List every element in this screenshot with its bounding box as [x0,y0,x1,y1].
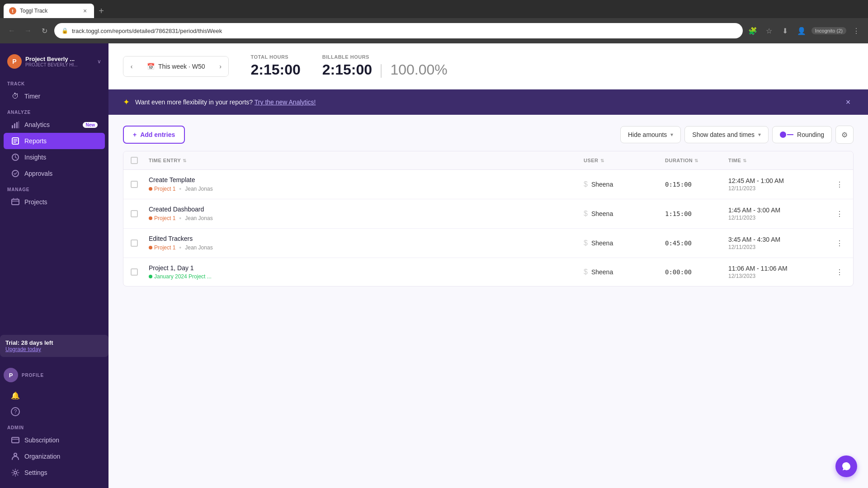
sidebar-item-timer[interactable]: ⏱ Timer [4,88,105,104]
row-2-user-cell: $ Sheena [584,239,665,247]
profile-label: PROFILE [22,373,44,378]
active-browser-tab[interactable]: t Toggl Track × [4,4,94,18]
sidebar-item-organization[interactable]: Organization [4,448,105,465]
sidebar-notification-bell[interactable]: 🔔 [7,388,101,404]
row-0-more-button[interactable]: ⋮ [833,178,846,191]
show-dates-chevron-icon: ▾ [758,131,761,138]
menu-icon[interactable]: ⋮ [850,24,863,37]
week-label: 📅 This week · W50 [140,63,212,70]
show-dates-button[interactable]: Show dates and times ▾ [684,126,769,143]
refresh-button[interactable]: ↻ [38,24,51,37]
timer-icon: ⏱ [11,92,20,101]
sidebar-item-projects[interactable]: Projects [4,194,105,210]
hide-amounts-button[interactable]: Hide amounts ▾ [620,126,681,143]
row-3-more-button[interactable]: ⋮ [833,266,846,278]
duration-sort-icon[interactable]: ⇅ [694,158,698,163]
row-0-separator: • [179,185,181,192]
banner-icon: ✦ [123,97,130,107]
row-3-project-name: January 2024 Project ... [154,273,212,280]
back-button[interactable]: ← [5,24,18,37]
add-entries-button[interactable]: + Add entries [123,126,185,144]
banner-close-button[interactable]: × [843,97,854,108]
rounding-dash-icon [787,134,793,135]
row-1-duration: 1:15:00 [665,210,728,217]
row-1-user-cell: $ Sheena [584,210,665,218]
time-column-header: TIME ⇅ [728,158,828,163]
workspace-chevron-icon: ∨ [97,58,101,65]
profile-icon[interactable]: 👤 [795,24,808,37]
rounding-icon-group [780,131,793,138]
download-icon[interactable]: ⬇ [779,24,792,37]
row-1-time: 1:45 AM - 3:00 AM 12/11/2023 [728,206,828,221]
sidebar-help[interactable]: ? [7,404,101,420]
workspace-icon: P [7,54,22,69]
organization-icon [11,452,20,461]
billable-hours-value: 2:15:00 [322,61,372,78]
sidebar-item-insights[interactable]: Insights [4,149,105,165]
browser-toolbar-actions: 🧩 ☆ ⬇ 👤 Incognito (2) ⋮ [746,24,863,37]
row-3-user-cell: $ Sheena [584,268,665,276]
row-0-checkbox[interactable] [131,181,138,188]
week-navigator[interactable]: ‹ 📅 This week · W50 › [123,56,229,77]
sidebar-item-approvals[interactable]: Approvals [4,165,105,182]
total-hours-block: TOTAL HOURS 2:15:00 [250,54,300,78]
row-3-checkbox[interactable] [131,268,138,276]
subscription-label: Subscription [24,436,98,444]
row-1-entry: Created Dashboard Project 1 • Jean Jonas [149,206,584,222]
incognito-badge: Incognito (2) [811,27,846,34]
track-section-label: TRACK [0,76,108,88]
manage-section-label: MANAGE [0,182,108,194]
row-2-more-button[interactable]: ⋮ [833,237,846,249]
workspace-name: Project Beverly ... [25,56,94,62]
upgrade-link[interactable]: Upgrade today [5,346,103,352]
sidebar-item-subscription[interactable]: Subscription [4,432,105,448]
sidebar-timer-label: Timer [24,93,98,100]
billable-hours-block: BILLABLE HOURS 2:15:00 | 100.00% [322,54,448,78]
svg-rect-0 [12,125,13,128]
address-bar[interactable]: 🔒 track.toggl.com/reports/detailed/78628… [54,23,743,38]
next-week-button[interactable]: › [212,56,228,76]
row-3-time: 11:06 AM - 11:06 AM 12/13/2023 [728,265,828,279]
profile-section[interactable]: P PROFILE [0,364,108,386]
billable-hours-label: BILLABLE HOURS [322,54,448,60]
bookmark-icon[interactable]: ☆ [763,24,775,37]
tab-close-button[interactable]: × [81,7,89,14]
row-1-billable-icon: $ [584,210,588,218]
time-entry-sort-icon[interactable]: ⇅ [183,158,187,163]
select-all-checkbox[interactable] [131,157,138,164]
user-sort-icon[interactable]: ⇅ [600,158,604,163]
analytics-link[interactable]: Try the new Analytics! [255,99,316,106]
chat-fab-button[interactable] [835,455,857,477]
row-3-project-dot [149,275,152,278]
row-1-checkbox[interactable] [131,210,138,217]
projects-icon [11,197,20,206]
tab-title: Toggl Track [20,8,78,14]
row-0-name: Create Template [149,176,584,183]
new-tab-button[interactable]: + [94,4,108,18]
row-1-separator: • [179,215,181,222]
row-3-duration: 0:00:00 [665,268,728,276]
row-2-checkbox[interactable] [131,239,138,247]
sidebar-item-analytics[interactable]: Analytics New [4,117,105,133]
rounding-button[interactable]: Rounding [772,126,832,143]
workspace-selector[interactable]: P Project Beverly ... PROJECT BEVERLY HI… [0,51,108,76]
sidebar-item-reports[interactable]: Reports [4,133,105,149]
hide-amounts-label: Hide amounts [628,131,667,138]
row-2-meta: Project 1 • Jean Jonas [149,244,584,251]
sidebar-item-settings[interactable]: Settings [4,465,105,481]
approvals-icon [11,169,20,178]
prev-week-button[interactable]: ‹ [123,56,140,76]
row-2-time-range: 3:45 AM - 4:30 AM [728,236,828,243]
table-settings-button[interactable]: ⚙ [835,126,854,144]
row-1-more-button[interactable]: ⋮ [833,207,846,220]
row-0-project-name: Project 1 [154,186,175,192]
row-0-time-range: 12:45 AM - 1:00 AM [728,177,828,184]
row-1-actions: ⋮ [828,207,846,220]
extensions-icon[interactable]: 🧩 [746,24,759,37]
table-header: TIME ENTRY ⇅ USER ⇅ DURATION ⇅ TIME ⇅ [123,151,853,170]
row-1-project-dot [149,216,152,220]
table-toolbar: + Add entries Hide amounts ▾ Show dates … [123,126,854,144]
plus-icon: + [133,131,137,138]
forward-button[interactable]: → [22,24,34,37]
time-sort-icon[interactable]: ⇅ [743,158,747,163]
